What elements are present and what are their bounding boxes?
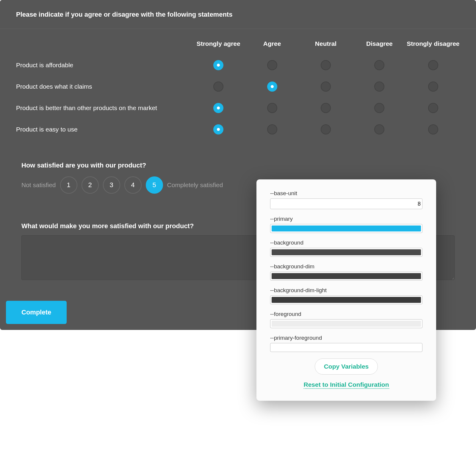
- matrix-row: Product is easy to use: [16, 119, 460, 140]
- matrix-row: Product is affordable: [16, 54, 460, 76]
- theme-variable-color-input[interactable]: [270, 319, 422, 328]
- theme-variable-row: --background-dim-light: [270, 287, 422, 304]
- theme-variable-label: --base-unit: [270, 190, 422, 197]
- rating-prompt: How satisfied are you with our product?: [5, 151, 471, 169]
- theme-variable-label: --primary: [270, 216, 422, 222]
- matrix-prompt: Please indicate if you agree or disagree…: [0, 0, 476, 29]
- matrix-radio[interactable]: [374, 60, 384, 70]
- theme-variable-label: --background-dim-light: [270, 287, 422, 294]
- theme-variable-color-input[interactable]: [270, 272, 422, 281]
- matrix-radio[interactable]: [428, 60, 438, 70]
- theme-variable-color-input[interactable]: [270, 248, 422, 257]
- matrix-row: Product does what it claims: [16, 76, 460, 97]
- matrix-radio[interactable]: [428, 82, 438, 92]
- matrix-radio[interactable]: [267, 82, 277, 92]
- matrix-row: Product is better than other products on…: [16, 97, 460, 119]
- matrix-radio[interactable]: [374, 124, 384, 134]
- matrix-radio[interactable]: [213, 82, 223, 92]
- rating-min-label: Not satisfied: [21, 181, 56, 189]
- theme-variable-color-input[interactable]: [270, 224, 422, 233]
- theme-variables-panel: --base-unit--primary--background--backgr…: [256, 179, 436, 330]
- rating-item[interactable]: 5: [146, 176, 163, 194]
- theme-variable-row: --foreground: [270, 311, 422, 328]
- rating-max-label: Completely satisfied: [167, 181, 223, 189]
- rating-item[interactable]: 4: [124, 176, 142, 194]
- theme-variable-row: --background-dim: [270, 263, 422, 281]
- matrix-radio[interactable]: [213, 124, 223, 134]
- matrix-radio[interactable]: [213, 60, 223, 70]
- theme-variable-label: --background-dim: [270, 263, 422, 270]
- matrix-radio[interactable]: [321, 82, 331, 92]
- matrix-radio[interactable]: [428, 103, 438, 113]
- matrix-row-label: Product is affordable: [16, 62, 192, 69]
- matrix-radio[interactable]: [321, 103, 331, 113]
- matrix-row-label: Product is easy to use: [16, 126, 192, 133]
- matrix-panel: Please indicate if you agree or disagree…: [0, 0, 476, 151]
- matrix-radio[interactable]: [321, 60, 331, 70]
- matrix-column-header: Neutral: [299, 40, 353, 47]
- matrix-radio[interactable]: [267, 124, 277, 134]
- matrix-column-header: Agree: [245, 40, 299, 47]
- rating-item[interactable]: 2: [82, 176, 99, 194]
- theme-variable-number-input[interactable]: [270, 198, 422, 209]
- theme-variable-row: --primary: [270, 216, 422, 233]
- matrix-row-label: Product does what it claims: [16, 83, 192, 90]
- matrix-radio[interactable]: [321, 124, 331, 134]
- matrix-column-header: Disagree: [353, 40, 406, 47]
- rating-item[interactable]: 1: [60, 176, 77, 194]
- theme-variable-row: --background: [270, 239, 422, 257]
- complete-button[interactable]: Complete: [6, 301, 67, 324]
- matrix-radio[interactable]: [374, 103, 384, 113]
- matrix-column-header: Strongly disagree: [406, 40, 460, 47]
- theme-variable-label: --foreground: [270, 311, 422, 317]
- theme-variable-row: --base-unit: [270, 190, 422, 209]
- matrix-radio[interactable]: [213, 103, 223, 113]
- matrix-body: . Strongly agreeAgreeNeutralDisagreeStro…: [0, 29, 476, 151]
- matrix-radio[interactable]: [267, 60, 277, 70]
- theme-variable-label: --background: [270, 239, 422, 246]
- rating-item[interactable]: 3: [103, 176, 120, 194]
- matrix-radio[interactable]: [374, 82, 384, 92]
- matrix-header-row: . Strongly agreeAgreeNeutralDisagreeStro…: [16, 33, 460, 54]
- matrix-row-label: Product is better than other products on…: [16, 104, 192, 112]
- matrix-radio[interactable]: [267, 103, 277, 113]
- theme-variable-color-input[interactable]: [270, 295, 422, 304]
- matrix-radio[interactable]: [428, 124, 438, 134]
- matrix-column-header: Strongly agree: [192, 40, 245, 47]
